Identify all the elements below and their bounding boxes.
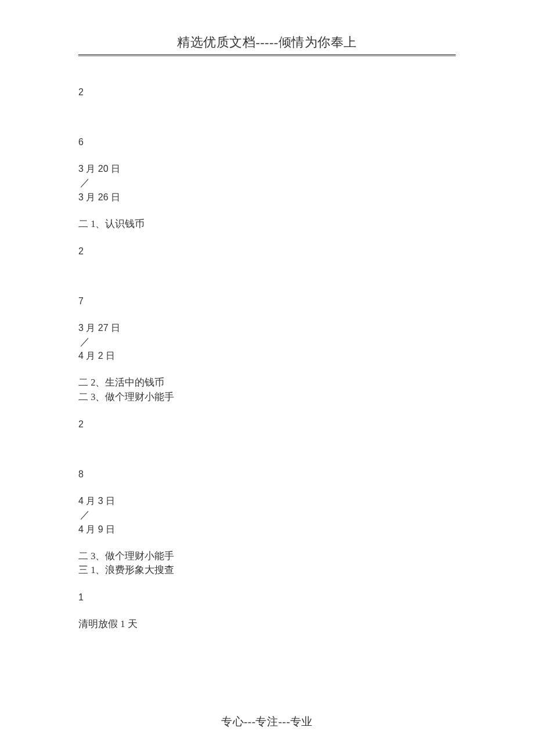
text-line: 4 月 3 日 bbox=[78, 494, 456, 508]
document-body: 2 6 3 月 20 日 ／ 3 月 26 日 二 1、认识钱币 2 7 3 月… bbox=[78, 57, 456, 632]
page-footer: 专心---专注---专业 bbox=[0, 714, 534, 729]
text-line: 清明放假 1 天 bbox=[78, 617, 456, 632]
text-block: 二 2、生活中的钱币 二 3、做个理财小能手 bbox=[78, 376, 456, 405]
text-block: 7 bbox=[78, 294, 456, 308]
text-line: 二 3、做个理财小能手 bbox=[78, 549, 456, 564]
text-line: ／ bbox=[78, 176, 456, 190]
text-block: 3 月 20 日 ／ 3 月 26 日 bbox=[78, 162, 456, 204]
text-block: 1 bbox=[78, 591, 456, 604]
text-block: 清明放假 1 天 bbox=[78, 617, 456, 632]
text-line: 8 bbox=[78, 467, 456, 481]
text-line: 二 1、认识钱币 bbox=[78, 217, 456, 232]
text-line: 4 月 9 日 bbox=[78, 523, 456, 537]
text-line: 2 bbox=[78, 417, 456, 431]
text-block: 6 bbox=[78, 135, 456, 149]
text-line: ／ bbox=[78, 508, 456, 523]
text-block: 2 bbox=[78, 85, 456, 99]
page-container: 精选优质文档-----倾情为你奉上 2 6 3 月 20 日 ／ 3 月 26 … bbox=[0, 0, 534, 632]
text-line: 4 月 2 日 bbox=[78, 349, 456, 363]
text-line: 二 3、做个理财小能手 bbox=[78, 390, 456, 405]
text-line: 二 2、生活中的钱币 bbox=[78, 376, 456, 390]
spacer bbox=[78, 444, 456, 467]
text-line: 6 bbox=[78, 135, 456, 149]
footer-text: 专心---专注---专业 bbox=[221, 715, 313, 728]
text-line: 三 1、浪费形象大搜查 bbox=[78, 563, 456, 578]
text-line: 3 月 20 日 bbox=[78, 162, 456, 176]
text-line: 3 月 27 日 bbox=[78, 321, 456, 335]
text-line: 7 bbox=[78, 294, 456, 308]
header-rule-thick bbox=[78, 55, 456, 55]
header-rule-thin bbox=[78, 56, 456, 56]
text-line: 2 bbox=[78, 85, 456, 99]
text-block: 二 3、做个理财小能手 三 1、浪费形象大搜查 bbox=[78, 549, 456, 578]
text-block: 2 bbox=[78, 244, 456, 258]
text-block: 2 bbox=[78, 417, 456, 431]
text-line: 3 月 26 日 bbox=[78, 190, 456, 204]
text-block: 二 1、认识钱币 bbox=[78, 217, 456, 232]
text-block: 3 月 27 日 ／ 4 月 2 日 bbox=[78, 321, 456, 363]
spacer bbox=[78, 112, 456, 135]
spacer bbox=[78, 271, 456, 294]
text-line: ／ bbox=[78, 335, 456, 350]
text-block: 8 bbox=[78, 467, 456, 481]
text-block: 4 月 3 日 ／ 4 月 9 日 bbox=[78, 494, 456, 537]
header-title: 精选优质文档-----倾情为你奉上 bbox=[177, 35, 356, 49]
text-line: 1 bbox=[78, 591, 456, 604]
text-line: 2 bbox=[78, 244, 456, 258]
page-header: 精选优质文档-----倾情为你奉上 bbox=[78, 34, 456, 56]
